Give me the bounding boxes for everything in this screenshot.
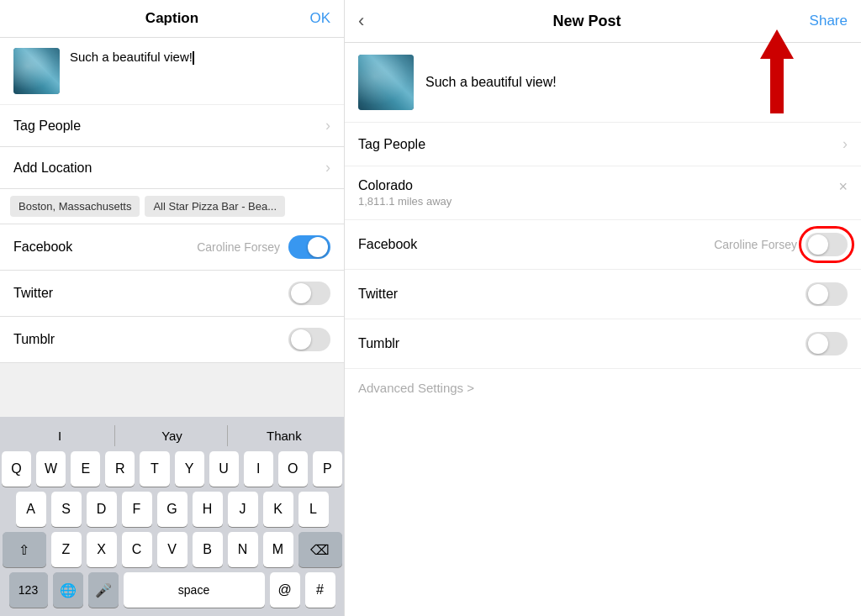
key-h[interactable]: H [193, 492, 223, 527]
location-info: Colorado 1,811.1 miles away [358, 178, 452, 208]
twitter-label-left: Twitter [13, 286, 53, 301]
share-button[interactable]: Share [810, 13, 848, 29]
tumblr-toggle-left[interactable] [288, 328, 330, 351]
caption-title: Caption [145, 10, 198, 27]
caption-text-field[interactable]: Such a beautiful view! [70, 48, 330, 66]
twitter-toggle-left[interactable] [288, 282, 330, 305]
suggestion-thank[interactable]: Thank [230, 425, 339, 446]
right-twitter-toggle[interactable] [806, 282, 848, 306]
ok-button[interactable]: OK [309, 10, 330, 27]
key-p[interactable]: P [313, 451, 342, 487]
key-u[interactable]: U [209, 451, 239, 487]
right-twitter-label: Twitter [358, 287, 398, 302]
location-row: Colorado 1,811.1 miles away × [345, 166, 861, 220]
key-o[interactable]: O [278, 451, 308, 487]
location-tag-pizza[interactable]: All Star Pizza Bar - Bea... [145, 196, 285, 217]
facebook-toggle-knob-left [308, 237, 328, 257]
key-s[interactable]: S [51, 492, 82, 527]
key-g[interactable]: G [157, 492, 188, 527]
right-facebook-toggle[interactable] [806, 233, 848, 256]
key-m[interactable]: M [263, 532, 293, 567]
key-t[interactable]: T [140, 451, 169, 487]
tumblr-toggle-knob-left [291, 329, 311, 350]
twitter-toggle-knob-left [291, 283, 311, 303]
suggestion-yay[interactable]: Yay [117, 425, 227, 446]
tag-people-label: Tag People [13, 118, 81, 134]
key-k[interactable]: K [263, 492, 293, 527]
right-tag-people-item[interactable]: Tag People › [345, 123, 861, 166]
right-tumblr-toggle[interactable] [806, 332, 848, 355]
key-globe[interactable]: 🌐 [53, 572, 83, 608]
right-facebook-right: Caroline Forsey [714, 233, 848, 256]
add-location-chevron-icon: › [325, 159, 330, 176]
right-twitter-row: Twitter [345, 270, 861, 319]
keyboard-row-2: A S D F G H J K L [2, 492, 342, 527]
key-123[interactable]: 123 [9, 572, 48, 608]
facebook-right-left: Caroline Forsey [197, 235, 330, 259]
key-x[interactable]: X [87, 532, 117, 567]
menu-section: Tag People › Add Location › Boston, Mass… [0, 105, 344, 417]
key-mic[interactable]: 🎤 [88, 572, 119, 608]
tumblr-row-left: Tumblr [0, 317, 344, 363]
back-button[interactable]: ‹ [358, 10, 364, 32]
right-facebook-label: Facebook [358, 237, 417, 252]
key-at[interactable]: @ [270, 572, 300, 608]
location-tag-boston[interactable]: Boston, Massachusetts [10, 196, 140, 217]
right-facebook-account: Caroline Forsey [714, 238, 797, 251]
facebook-toggle-left[interactable] [288, 235, 330, 259]
key-q[interactable]: Q [2, 451, 31, 487]
key-f[interactable]: F [122, 492, 152, 527]
key-z[interactable]: Z [51, 532, 82, 567]
tag-people-chevron-icon: › [325, 117, 330, 134]
facebook-toggle-wrapper [806, 233, 848, 256]
key-hash[interactable]: # [305, 572, 335, 608]
right-facebook-row: Facebook Caroline Forsey [345, 220, 861, 270]
key-d[interactable]: D [87, 492, 117, 527]
post-preview: Such a beautiful view! [345, 43, 861, 123]
key-space[interactable]: space [124, 572, 265, 608]
key-y[interactable]: Y [175, 451, 204, 487]
right-tumblr-row: Tumblr [345, 319, 861, 369]
key-e[interactable]: E [71, 451, 100, 487]
key-shift[interactable]: ⇧ [3, 532, 46, 567]
new-post-header: ‹ New Post Share [345, 0, 861, 43]
key-delete[interactable]: ⌫ [298, 532, 342, 567]
post-thumbnail [358, 55, 414, 110]
key-n[interactable]: N [228, 532, 258, 567]
keyboard-row-4: 123 🌐 🎤 space @ # [2, 572, 342, 608]
tumblr-label-left: Tumblr [13, 332, 55, 347]
new-post-title: New Post [552, 13, 621, 30]
post-caption-text: Such a beautiful view! [425, 75, 848, 90]
key-a[interactable]: A [16, 492, 46, 527]
facebook-label-left: Facebook [13, 240, 72, 255]
key-v[interactable]: V [157, 532, 188, 567]
left-panel: Caption OK Such a beautiful view! Tag Pe… [0, 0, 345, 616]
facebook-row-left: Facebook Caroline Forsey [0, 224, 344, 271]
keyboard-row-3: ⇧ Z X C V B N M ⌫ [2, 532, 342, 567]
advanced-settings[interactable]: Advanced Settings > [345, 369, 861, 407]
key-r[interactable]: R [105, 451, 135, 487]
right-twitter-toggle-knob [808, 284, 828, 304]
right-panel: ‹ New Post Share Such a beautiful view! … [345, 0, 861, 616]
facebook-account-left: Caroline Forsey [197, 240, 280, 254]
location-distance: 1,811.1 miles away [358, 195, 452, 208]
location-remove-button[interactable]: × [838, 178, 848, 196]
key-j[interactable]: J [228, 492, 258, 527]
suggestion-i[interactable]: I [5, 425, 115, 446]
add-location-label: Add Location [13, 161, 92, 176]
key-w[interactable]: W [36, 451, 66, 487]
tag-people-item[interactable]: Tag People › [0, 105, 344, 147]
key-l[interactable]: L [298, 492, 329, 527]
add-location-item[interactable]: Add Location › [0, 147, 344, 189]
key-c[interactable]: C [122, 532, 152, 567]
key-b[interactable]: B [193, 532, 223, 567]
right-tumblr-toggle-knob [808, 334, 828, 354]
keyboard: I Yay Thank Q W E R T Y U I O P A S D F … [0, 417, 344, 616]
keyboard-suggestions: I Yay Thank [2, 420, 342, 451]
twitter-row-left: Twitter [0, 271, 344, 317]
keyboard-row-1: Q W E R T Y U I O P [2, 451, 342, 487]
location-tags-row: Boston, Massachusetts All Star Pizza Bar… [0, 189, 344, 224]
right-tag-people-chevron-icon: › [843, 135, 848, 153]
key-i[interactable]: I [244, 451, 273, 487]
right-facebook-toggle-knob [808, 234, 828, 255]
